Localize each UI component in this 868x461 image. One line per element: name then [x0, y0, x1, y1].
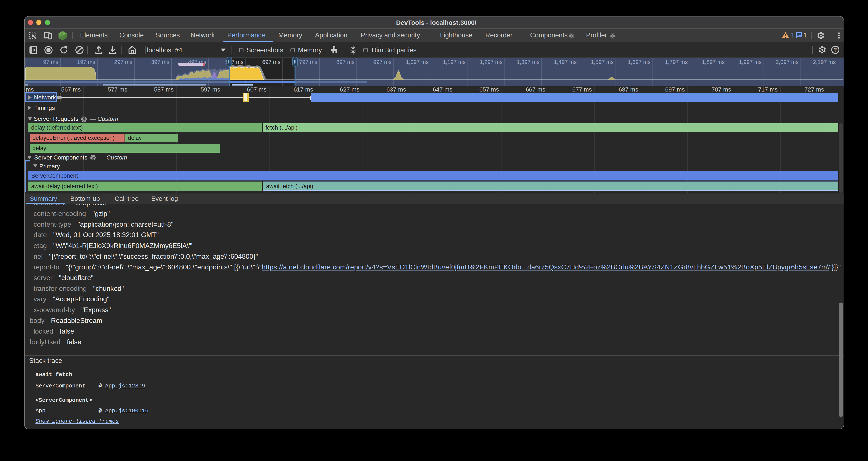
- svg-text:1,997 ms: 1,997 ms: [739, 59, 762, 65]
- svg-text:1,297 ms: 1,297 ms: [480, 59, 502, 65]
- svg-text:997 ms: 997 ms: [373, 59, 392, 65]
- svg-text:1,497 ms: 1,497 ms: [554, 59, 577, 65]
- svg-text:1,897 ms: 1,897 ms: [702, 59, 725, 65]
- svg-text:297 ms: 297 ms: [114, 59, 132, 65]
- svg-text:1,797 ms: 1,797 ms: [665, 59, 688, 65]
- svg-text:1,697 ms: 1,697 ms: [628, 59, 651, 65]
- svg-text:2,097 ms: 2,097 ms: [776, 59, 799, 65]
- svg-text:1,097 ms: 1,097 ms: [406, 59, 429, 65]
- svg-text:97 ms: 97 ms: [43, 59, 58, 65]
- svg-text:897 ms: 897 ms: [336, 59, 354, 65]
- svg-text:?: ?: [834, 47, 837, 53]
- svg-text:397 ms: 397 ms: [151, 59, 169, 65]
- svg-text:2,197 ms: 2,197 ms: [813, 59, 836, 65]
- svg-text:1,397 ms: 1,397 ms: [517, 59, 539, 65]
- svg-text:697 ms: 697 ms: [262, 59, 280, 65]
- svg-text:797 ms: 797 ms: [299, 59, 317, 65]
- svg-text:197 ms: 197 ms: [77, 59, 95, 65]
- svg-text:1,197 ms: 1,197 ms: [443, 59, 466, 65]
- svg-text:1,597 ms: 1,597 ms: [591, 59, 614, 65]
